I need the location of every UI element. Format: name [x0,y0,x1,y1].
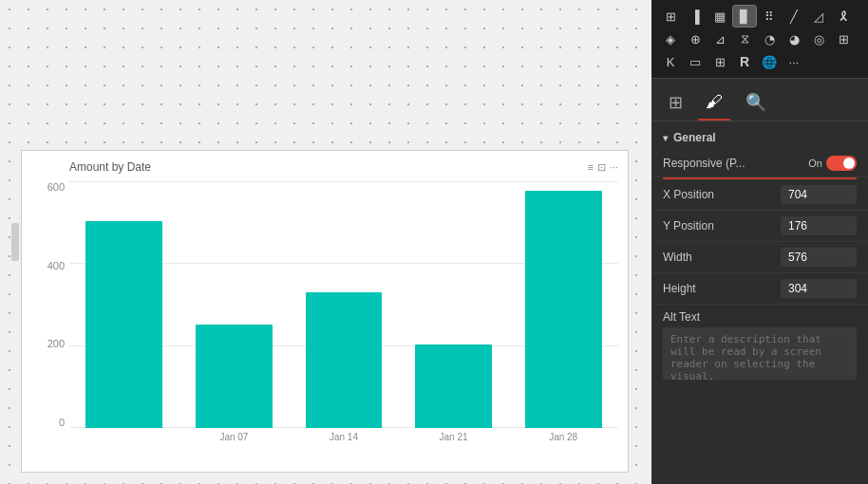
panel-content: ▾ General Responsive (P... On X Position… [651,121,868,484]
alt-text-row: Alt Text [651,305,868,389]
canvas-area: Amount by Date ≡ ⊡ ··· 600 400 200 0 [0,0,651,484]
bar-group-0 [69,181,179,428]
toolbar-row-3: K ▭ ⊞ R 🌐 ··· [659,51,860,72]
panel-tabs: ⊞ 🖌 🔍 [651,79,868,121]
x-label-jan28: Jan 28 [508,432,618,442]
toolbar-icon-scatter[interactable]: ⠿ [758,6,781,27]
responsive-row: Responsive (P... On [651,150,868,177]
toolbar-row-1: ⊞ ▐ ▦ ▊ ⠿ ╱ ◿ 🎗 [659,6,860,27]
toolbar-icon-treemap[interactable]: ⊞ [832,28,855,49]
toolbar-icon-pie[interactable]: ◕ [783,28,805,49]
tab-analytics[interactable]: 🔍 [738,86,774,121]
bar-1[interactable] [196,325,273,428]
chart-icons: ≡ ⊡ ··· [587,161,618,174]
toolbar-icon-line[interactable]: ╱ [783,6,805,27]
toolbar-icon-globe2[interactable]: 🌐 [758,51,781,72]
bar-0[interactable] [85,221,162,428]
toolbar-icon-column[interactable]: ▊ [733,6,756,27]
y-axis-resize-handle[interactable] [11,223,19,261]
tab-fields[interactable]: ⊞ [661,86,690,121]
x-label-0 [69,432,179,442]
height-label: Height [663,282,781,295]
format-icon: 🖌 [706,92,723,111]
toolbar-icon-donut[interactable]: ◎ [807,28,830,49]
toolbar-icon-ribbon[interactable]: 🎗 [832,6,855,27]
alt-text-label: Alt Text [663,310,857,324]
toolbar-icon-map[interactable]: ◈ [659,28,682,49]
toolbar-row-2: ◈ ⊕ ⊿ ⧖ ◔ ◕ ◎ ⊞ [659,28,860,49]
x-label-jan07: Jan 07 [179,432,290,442]
section-title: General [673,131,716,144]
alt-text-input[interactable] [663,327,857,380]
y-position-label: Y Position [663,219,781,233]
toolbar-icon-more[interactable]: ··· [783,51,805,72]
bar-group-4 [508,181,618,428]
bar-4[interactable] [525,191,602,428]
toolbar-icon-r[interactable]: R [733,51,756,72]
bar-2[interactable] [306,292,383,428]
analytics-icon: 🔍 [745,93,766,112]
chart-menu-icon[interactable]: ≡ [587,161,593,173]
chart-header: Amount by Date ≡ ⊡ ··· [69,160,618,174]
width-label: Width [663,251,781,264]
toolbar-icon-area[interactable]: ◿ [807,6,830,27]
chart-visual[interactable]: Amount by Date ≡ ⊡ ··· 600 400 200 0 [21,150,629,473]
toolbar-icon-kpi[interactable]: K [659,51,682,72]
chart-more-icon[interactable]: ··· [610,161,618,173]
y-position-row: Y Position [651,211,868,242]
height-row: Height [651,273,868,305]
x-label-jan14: Jan 14 [289,432,399,442]
toolbar-icon-table[interactable]: ⊞ [659,6,682,27]
toolbar-icon-filter[interactable]: ⧖ [733,28,756,49]
x-position-row: X Position [651,179,868,211]
toolbar-icon-gauge[interactable]: ◔ [758,28,781,49]
toolbar-icon-globe[interactable]: ⊕ [684,28,707,49]
chart-body: 600 400 200 0 [69,181,618,428]
bars-area [69,181,618,428]
chevron-icon: ▾ [663,133,668,143]
y-label-600: 600 [31,181,65,193]
bar-group-3 [399,181,509,428]
y-position-input[interactable] [781,216,857,235]
y-label-0: 0 [31,417,65,428]
y-label-200: 200 [31,338,65,349]
y-label-400: 400 [31,260,65,271]
toolbar-top: ⊞ ▐ ▦ ▊ ⠿ ╱ ◿ 🎗 ◈ ⊕ ⊿ ⧖ ◔ ◕ ◎ ⊞ K ▭ ⊞ R … [651,0,868,79]
bar-3[interactable] [415,344,492,428]
toolbar-icon-line-bar[interactable]: ▦ [708,6,731,27]
responsive-state-label: On [808,158,822,169]
tab-format[interactable]: 🖌 [698,86,730,121]
x-label-jan21: Jan 21 [399,432,509,442]
toolbar-icon-card[interactable]: ▭ [684,51,707,72]
width-input[interactable] [781,248,857,267]
right-panel: ⊞ ▐ ▦ ▊ ⠿ ╱ ◿ 🎗 ◈ ⊕ ⊿ ⧖ ◔ ◕ ◎ ⊞ K ▭ ⊞ R … [651,0,868,484]
toolbar-icon-bar[interactable]: ▐ [684,6,707,27]
x-axis: Jan 07 Jan 14 Jan 21 Jan 28 [69,432,618,442]
y-axis: 600 400 200 0 [31,181,65,428]
width-row: Width [651,242,868,273]
toolbar-icon-matrix[interactable]: ⊞ [708,51,731,72]
responsive-toggle[interactable] [826,156,857,171]
bar-group-2 [289,181,399,428]
general-section-header: ▾ General [651,121,868,150]
x-position-label: X Position [663,188,781,201]
fields-icon: ⊞ [669,93,683,112]
height-input[interactable] [781,279,857,298]
toolbar-icon-funnel[interactable]: ⊿ [708,28,731,49]
x-position-input[interactable] [781,185,857,204]
chart-title: Amount by Date [69,160,151,174]
responsive-label: Responsive (P... [663,157,808,170]
bar-group-1 [179,181,290,428]
chart-expand-icon[interactable]: ⊡ [597,161,606,174]
